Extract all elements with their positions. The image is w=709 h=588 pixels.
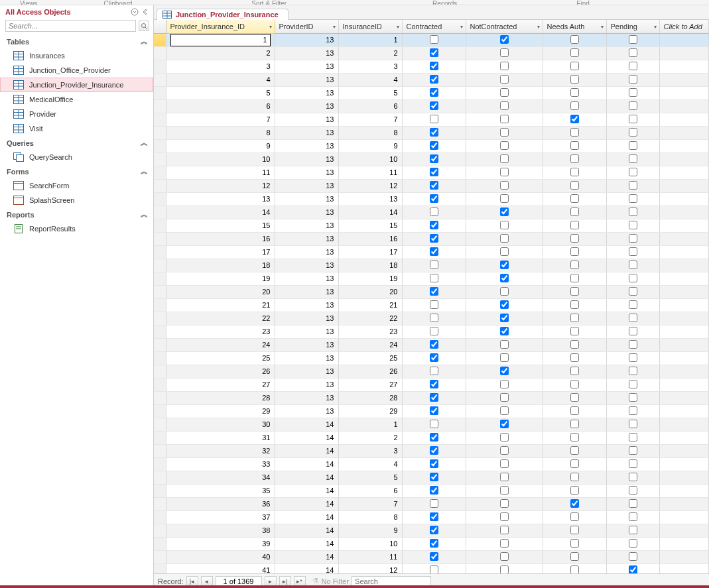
cell-provider[interactable]: 14 [275,537,338,550]
select-all-rows[interactable] [154,20,166,33]
cell-notcontracted[interactable] [466,378,543,391]
table-row[interactable]: 241324 [154,338,709,351]
table-row[interactable]: 8138 [154,126,709,139]
cell-id[interactable]: 34 [166,471,275,484]
cell-notcontracted[interactable] [466,510,543,524]
cell-pending[interactable] [606,404,659,418]
cell-id[interactable]: 27 [166,378,275,391]
row-selector[interactable] [154,418,166,431]
cell-pending[interactable] [606,86,659,99]
cell-pending[interactable] [606,206,659,219]
cell-empty[interactable] [659,206,709,219]
cell-contracted[interactable] [402,192,466,206]
cell-notcontracted[interactable] [466,298,543,312]
cell-needsauth[interactable] [543,338,606,351]
row-selector[interactable] [154,325,166,338]
nav-item-visit[interactable]: Visit [0,121,153,136]
cell-notcontracted[interactable] [466,245,543,259]
table-row[interactable]: 211321 [154,298,709,312]
cell-insurance[interactable]: 9 [338,139,402,152]
cell-id[interactable]: 24 [166,338,275,351]
cell-provider[interactable]: 13 [275,338,338,351]
cell-empty[interactable] [659,272,709,285]
cell-id[interactable]: 14 [166,206,275,219]
cell-provider[interactable]: 14 [275,550,338,563]
cell-notcontracted[interactable] [466,86,543,99]
cell-empty[interactable] [659,99,709,113]
cell-insurance[interactable]: 29 [338,404,402,418]
row-selector[interactable] [154,73,166,86]
cell-notcontracted[interactable] [466,563,543,573]
cell-id[interactable]: 29 [166,404,275,418]
cell-empty[interactable] [659,232,709,245]
cell-id[interactable]: 33 [166,457,275,471]
nav-group-forms[interactable]: Forms︽ [0,164,153,178]
nav-item-reportresults[interactable]: ReportResults [0,221,153,236]
cell-insurance[interactable]: 17 [338,245,402,259]
cell-id[interactable]: 38 [166,524,275,537]
cell-needsauth[interactable] [543,418,606,431]
cell-empty[interactable] [659,139,709,152]
row-selector[interactable] [154,312,166,325]
table-row[interactable]: 4134 [154,73,709,86]
cell-needsauth[interactable] [543,378,606,391]
cell-id[interactable]: 19 [166,272,275,285]
cell-insurance[interactable]: 28 [338,391,402,404]
table-row[interactable]: 7137 [154,113,709,126]
cell-notcontracted[interactable] [466,206,543,219]
cell-pending[interactable] [606,60,659,73]
cell-insurance[interactable]: 7 [338,113,402,126]
cell-provider[interactable]: 13 [275,86,338,99]
cell-id[interactable]: 40 [166,550,275,563]
cell-empty[interactable] [659,33,709,46]
cell-pending[interactable] [606,524,659,537]
cell-empty[interactable] [659,46,709,60]
row-selector[interactable] [154,298,166,312]
cell-provider[interactable]: 13 [275,404,338,418]
nav-item-junction-office-provider[interactable]: Junction_Office_Provider [0,63,153,78]
table-row[interactable]: 131313 [154,192,709,206]
cell-provider[interactable]: 13 [275,298,338,312]
cell-insurance[interactable]: 14 [338,206,402,219]
cell-pending[interactable] [606,457,659,471]
cell-contracted[interactable] [402,418,466,431]
cell-provider[interactable]: 14 [275,524,338,537]
table-row[interactable]: 31142 [154,431,709,444]
row-selector[interactable] [154,351,166,365]
cell-empty[interactable] [659,219,709,232]
cell-notcontracted[interactable] [466,457,543,471]
cell-notcontracted[interactable] [466,33,543,46]
cell-contracted[interactable] [402,338,466,351]
cell-needsauth[interactable] [543,113,606,126]
column-header-contracted[interactable]: Contracted▾ [402,20,466,33]
cell-empty[interactable] [659,73,709,86]
cell-needsauth[interactable] [543,444,606,457]
cell-id[interactable]: 12 [166,179,275,192]
cell-provider[interactable]: 13 [275,325,338,338]
cell-provider[interactable]: 14 [275,471,338,484]
cell-empty[interactable] [659,510,709,524]
cell-id[interactable]: 5 [166,86,275,99]
cell-notcontracted[interactable] [466,484,543,497]
cell-needsauth[interactable] [543,537,606,550]
nav-item-medicaloffice[interactable]: MedicalOffice [0,92,153,107]
cell-needsauth[interactable] [543,232,606,245]
cell-contracted[interactable] [402,126,466,139]
cell-pending[interactable] [606,259,659,272]
row-selector[interactable] [154,550,166,563]
cell-empty[interactable] [659,338,709,351]
cell-id[interactable]: 30 [166,418,275,431]
cell-needsauth[interactable] [543,285,606,298]
cell-notcontracted[interactable] [466,259,543,272]
cell-notcontracted[interactable] [466,192,543,206]
cell-needsauth[interactable] [543,73,606,86]
cell-contracted[interactable] [402,325,466,338]
cell-needsauth[interactable] [543,245,606,259]
cell-needsauth[interactable] [543,60,606,73]
cell-notcontracted[interactable] [466,351,543,365]
table-row[interactable]: 291329 [154,404,709,418]
cell-provider[interactable]: 14 [275,484,338,497]
cell-empty[interactable] [659,298,709,312]
cell-provider[interactable]: 13 [275,179,338,192]
column-dropdown-icon[interactable]: ▾ [269,23,272,29]
